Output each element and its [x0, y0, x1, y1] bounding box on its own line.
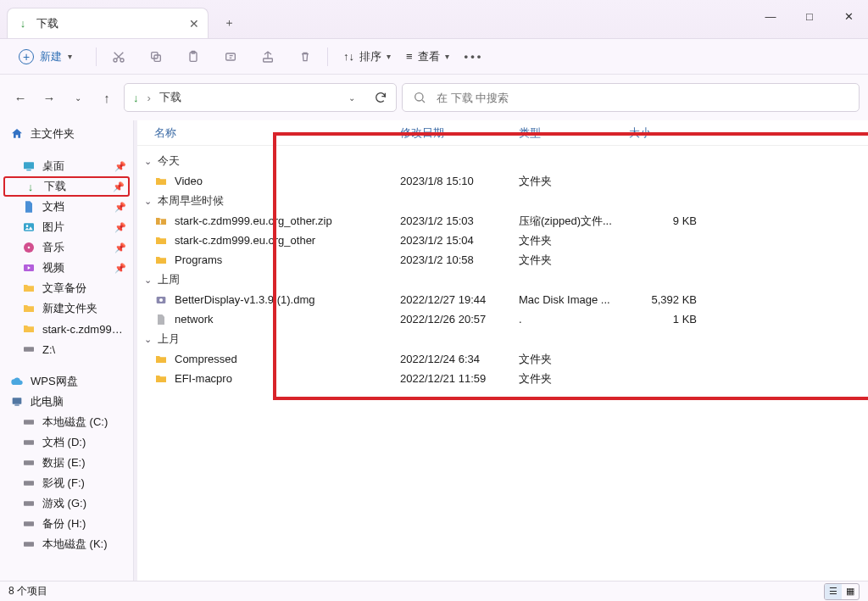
breadcrumb-label[interactable]: 下载	[159, 90, 181, 105]
recent-button[interactable]: ⌄	[66, 86, 90, 109]
view-details-button[interactable]: ☰	[825, 584, 842, 599]
home-icon	[10, 127, 24, 141]
drive-icon	[22, 497, 36, 510]
sidebar-label: 下载	[44, 179, 121, 194]
share-icon[interactable]	[261, 50, 275, 64]
sidebar-documents[interactable]: 文档 📌	[3, 197, 130, 217]
close-button[interactable]: ✕	[829, 0, 868, 32]
sidebar-thispc[interactable]: 此电脑	[3, 392, 130, 412]
paste-icon[interactable]	[186, 50, 200, 64]
refresh-button[interactable]	[374, 91, 387, 104]
view-icons-button[interactable]: ▦	[842, 584, 859, 599]
sidebar-drive-g[interactable]: 游戏 (G:)	[3, 493, 130, 514]
sidebar-drive-h[interactable]: 备份 (H:)	[3, 514, 130, 534]
new-tab-button[interactable]: ＋	[214, 8, 244, 38]
sidebar-folder-articles[interactable]: 文章备份	[3, 278, 130, 298]
sidebar-label: Z:\	[42, 343, 123, 356]
file-row[interactable]: stark-c.zdm999.eu.org_other2023/1/2 15:0…	[137, 231, 868, 250]
pin-icon: 📌	[114, 161, 126, 172]
sidebar-drive-e[interactable]: 数据 (E:)	[3, 453, 130, 473]
up-button[interactable]: ↑	[95, 86, 119, 109]
content-pane: 名称 修改日期⌄ 类型 大小 ⌄今天Video2023/1/8 15:10文件夹…	[137, 120, 868, 581]
sort-icon: ↑↓	[343, 50, 354, 63]
sidebar-label: 视频	[42, 260, 123, 275]
sidebar-music[interactable]: 音乐 📌	[3, 237, 130, 258]
sidebar-wps[interactable]: WPS网盘	[3, 371, 130, 392]
address-row: ← → ⌄ ↑ ↓ › 下载 ⌄	[0, 75, 868, 120]
group-label: 今天	[158, 153, 180, 169]
file-icon	[154, 313, 168, 326]
file-row[interactable]: BetterDisplay-v1.3.9 (1).dmg2022/12/27 1…	[137, 290, 868, 309]
sidebar-drive-k[interactable]: 本地磁盘 (K:)	[3, 534, 130, 554]
sidebar-label: 数据 (E:)	[42, 455, 123, 470]
search-input[interactable]	[435, 91, 849, 105]
tab-title: 下载	[36, 16, 182, 31]
col-type[interactable]: 类型	[519, 125, 629, 141]
copy-icon[interactable]	[149, 50, 163, 64]
folder-icon	[154, 234, 168, 248]
file-row[interactable]: Programs2023/1/2 10:58文件夹	[137, 250, 868, 270]
group-header[interactable]: ⌄上月	[137, 329, 868, 349]
view-button[interactable]: ≡ 查看 ▾	[406, 49, 449, 64]
cut-icon[interactable]	[112, 50, 125, 64]
file-size: 1 KB	[629, 313, 714, 326]
address-bar[interactable]: ↓ › 下载 ⌄	[124, 83, 397, 112]
sidebar-folder-starkc[interactable]: stark-c.zdm999.e	[3, 319, 130, 339]
chevron-down-icon: ⌄	[144, 196, 152, 207]
rename-icon[interactable]	[224, 50, 237, 64]
column-headers: 名称 修改日期⌄ 类型 大小	[137, 120, 868, 146]
delete-icon[interactable]	[298, 50, 312, 64]
toolbar-divider	[327, 47, 328, 66]
sidebar-downloads[interactable]: ↓ 下载 📌	[3, 176, 130, 197]
sidebar-videos[interactable]: 视频 📌	[3, 258, 130, 278]
folder-icon	[22, 322, 36, 336]
group-header[interactable]: ⌄本周早些时候	[137, 191, 868, 211]
sidebar-home[interactable]: 主文件夹	[3, 124, 130, 144]
search-bar[interactable]	[402, 83, 860, 112]
file-type: 文件夹	[519, 233, 629, 248]
file-row[interactable]: Video2023/1/8 15:10文件夹	[137, 171, 868, 191]
file-row[interactable]: Compressed2022/12/24 6:34文件夹	[137, 349, 868, 369]
chevron-down-icon[interactable]: ⌄	[348, 93, 355, 103]
minimize-button[interactable]: —	[751, 0, 790, 32]
maximize-button[interactable]: □	[790, 0, 829, 32]
file-row[interactable]: network2022/12/26 20:57.1 KB	[137, 309, 868, 329]
sidebar-drive-f[interactable]: 影视 (F:)	[3, 473, 130, 493]
sidebar-desktop[interactable]: 桌面 📌	[3, 156, 130, 176]
file-date: 2022/12/24 6:34	[400, 353, 519, 365]
svg-rect-17	[13, 398, 22, 403]
sidebar-drive-c[interactable]: 本地磁盘 (C:)	[3, 412, 130, 432]
sidebar-label: 备份 (H:)	[42, 516, 123, 531]
col-modified[interactable]: 修改日期⌄	[400, 125, 519, 141]
sidebar-drive-z[interactable]: Z:\	[3, 339, 130, 359]
col-name[interactable]: 名称	[154, 125, 400, 141]
drive-icon	[22, 436, 36, 449]
svg-point-8	[415, 93, 423, 101]
sidebar-label: 文档 (D:)	[42, 435, 123, 450]
svg-rect-24	[24, 521, 34, 526]
back-button[interactable]: ←	[8, 86, 32, 109]
group-header[interactable]: ⌄上周	[137, 270, 868, 290]
file-date: 2022/12/26 20:57	[400, 313, 519, 326]
sidebar-label: 影视 (F:)	[42, 476, 123, 491]
sidebar-pictures[interactable]: 图片 📌	[3, 217, 130, 237]
sidebar-drive-d[interactable]: 文档 (D:)	[3, 432, 130, 453]
more-button[interactable]: •••	[465, 50, 484, 63]
drive-icon	[22, 456, 36, 470]
sidebar-folder-newfolder[interactable]: 新建文件夹	[3, 298, 130, 319]
tab-close-button[interactable]: ✕	[189, 17, 199, 31]
file-row[interactable]: stark-c.zdm999.eu.org_other.zip2023/1/2 …	[137, 211, 868, 231]
file-row[interactable]: EFI-macpro2022/12/21 11:59文件夹	[137, 369, 868, 388]
forward-button[interactable]: →	[37, 86, 61, 109]
view-label: 查看	[418, 49, 440, 64]
sidebar-label: WPS网盘	[31, 374, 123, 389]
pin-icon: 📌	[114, 263, 126, 274]
tab-downloads[interactable]: ↓ 下载 ✕	[7, 8, 209, 38]
file-list: ⌄今天Video2023/1/8 15:10文件夹⌄本周早些时候stark-c.…	[137, 146, 868, 393]
group-header[interactable]: ⌄今天	[137, 151, 868, 171]
sort-button[interactable]: ↑↓ 排序 ▾	[343, 49, 391, 64]
col-size[interactable]: 大小	[629, 125, 714, 141]
plus-icon: +	[19, 49, 34, 64]
download-icon: ↓	[16, 17, 30, 31]
new-button[interactable]: + 新建 ▾	[10, 46, 81, 68]
